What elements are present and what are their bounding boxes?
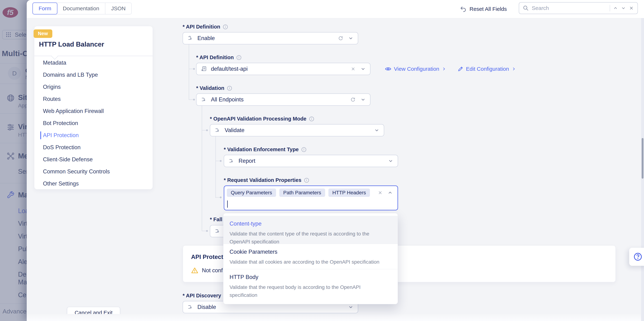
label-text: * API Definition [182,24,220,30]
chevron-up-icon[interactable] [388,190,393,196]
enforcement-type-value: Report [238,158,384,164]
step-label: Client-Side Defense [43,156,93,163]
wizard-step-client-side-defense[interactable]: Client-Side Defense [43,154,93,166]
wizard-step-bot-protection[interactable]: Bot Protection [43,117,78,129]
tab-form-label: Form [38,6,51,12]
label-text: * API Definition [196,54,234,60]
option-cookie-parameters[interactable]: Cookie Parameters Validate that all cook… [224,244,398,269]
tab-documentation[interactable]: Documentation [57,3,105,14]
option-http-body[interactable]: HTTP Body Validate that the request body… [224,269,398,304]
chevron-down-icon[interactable] [388,158,393,164]
label-text: * OpenAPI Validation Processing Mode [210,116,306,122]
wizard-step-waf[interactable]: Web Application Firewall [43,105,104,117]
search-box[interactable]: Search [519,2,638,14]
chevron-right-icon [442,67,446,71]
branch-icon [214,228,221,234]
info-icon[interactable] [227,86,232,91]
api-definition-ref-select[interactable]: default/test-api [196,63,370,75]
wizard-step-domains[interactable]: Domains and LB Type [43,69,98,81]
branch-icon [187,304,194,310]
processing-mode-label: * OpenAPI Validation Processing Mode [210,116,314,122]
connector-dot [220,160,222,162]
chevron-down-icon[interactable] [348,36,354,41]
api-discovery-label: * API Discovery [182,293,229,299]
label-text: * Request Validation Properties [224,177,301,183]
active-step-indicator [40,131,41,139]
enforcement-type-select[interactable]: Report [224,155,398,167]
section-card-title: API Protect [191,254,223,260]
connector-dot [220,196,222,198]
editor-panel: Form Documentation JSON Reset All Fields… [27,0,644,321]
branch-icon [187,35,194,41]
chevron-down-icon[interactable] [374,128,380,133]
clear-icon[interactable] [350,66,356,72]
search-input[interactable]: Search [532,5,607,11]
view-configuration-link[interactable]: View Configuration [385,66,446,72]
option-title: Content-type [230,220,392,227]
wizard-step-metadata[interactable]: Metadata [43,57,66,69]
search-icon [523,5,529,11]
validation-select[interactable]: All Endpoints [196,94,370,106]
request-validation-properties-multiselect[interactable]: Query Parameters Path Parameters HTTP He… [224,186,398,210]
clear-icon[interactable] [378,190,383,195]
wizard-step-api-protection[interactable]: API Protection [43,129,79,141]
connector-line [202,231,206,231]
close-icon[interactable] [629,6,634,11]
step-label: Origins [43,84,61,90]
processing-mode-value: Validate [225,127,370,134]
step-label: Bot Protection [43,120,78,126]
info-icon[interactable] [223,24,228,30]
option-content-type[interactable]: Content-type Validate that the content t… [224,216,398,244]
label-text: * API Discovery [182,293,221,299]
new-badge: New [34,30,52,38]
wizard-step-origins[interactable]: Origins [43,81,61,93]
chevron-down-icon[interactable] [360,97,366,102]
config-links: View Configuration Edit Configuration [385,63,516,75]
screen: f5 Sele Multi-C D def Nam Sites App S Vi… [0,0,644,321]
chevron-down-icon[interactable] [621,6,626,11]
tab-json[interactable]: JSON [106,3,131,14]
tag-http-headers[interactable]: HTTP Headers [328,188,370,197]
view-configuration-label: View Configuration [394,66,439,72]
connector-line [216,136,216,198]
chevron-up-icon[interactable] [613,6,618,11]
step-label: Metadata [43,60,66,66]
api-discovery-value: Disable [198,304,344,310]
chevron-down-icon[interactable] [360,66,366,72]
chevron-down-icon[interactable] [348,304,354,310]
api-definition-select[interactable]: Enable [182,32,358,44]
refresh-icon[interactable] [350,97,356,102]
info-icon[interactable] [301,147,306,152]
info-icon[interactable] [304,178,309,183]
api-definition-value: Enable [198,35,334,42]
info-icon[interactable] [309,116,314,122]
branch-icon [201,96,207,103]
wizard-step-routes[interactable]: Routes [43,93,61,105]
tag-label: Path Parameters [283,190,321,196]
wizard-step-common-security[interactable]: Common Security Controls [43,166,110,178]
edit-configuration-link[interactable]: Edit Configuration [458,66,516,72]
tag-path-parameters[interactable]: Path Parameters [279,188,325,197]
connector-line [202,130,206,130]
processing-mode-select[interactable]: Validate [210,124,384,136]
scrollbar-thumb[interactable] [642,138,644,179]
connector-dot [193,68,195,70]
tab-form[interactable]: Form [32,2,58,14]
refresh-icon[interactable] [338,36,344,41]
wizard-step-dos-protection[interactable]: DoS Protection [43,142,81,153]
option-title: Cookie Parameters [230,249,392,255]
wizard-step-other-settings[interactable]: Other Settings [43,178,79,190]
document-icon [201,66,207,72]
multiselect-controls [378,190,393,196]
option-description: Validate that the content type of the re… [230,230,379,246]
help-button[interactable] [629,248,644,266]
reset-all-fields-button[interactable]: Reset All Fields [460,3,507,15]
editor-header: Form Documentation JSON Reset All Fields… [27,0,644,18]
branch-icon [214,127,221,133]
eye-icon [385,66,392,72]
info-icon[interactable] [236,55,242,60]
text-cursor [227,200,228,208]
tag-query-parameters[interactable]: Query Parameters [227,188,276,197]
api-definition-label: * API Definition [182,24,228,30]
tag-label: HTTP Headers [332,190,366,196]
